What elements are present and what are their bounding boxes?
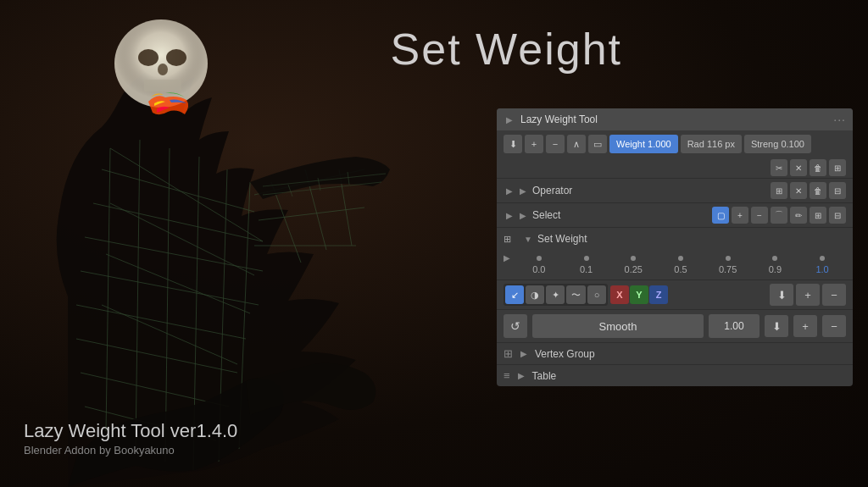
dot-5[interactable]: [772, 256, 777, 261]
dot-2[interactable]: [631, 256, 636, 261]
table-collapse[interactable]: ▶: [515, 370, 527, 382]
weight-field[interactable]: Weight 1.000: [609, 135, 678, 153]
smear-btn[interactable]: 〜: [566, 285, 586, 304]
weight-0[interactable]: 0.0: [524, 264, 554, 274]
table-label: Table: [532, 370, 557, 382]
operator-icons: ⊞ ✕ 🗑 ⊟: [771, 182, 846, 199]
icon-btn-4[interactable]: ⊞: [829, 159, 846, 176]
paint-tools-group: ↙ ◑ ✦ 〜 ○: [504, 284, 608, 306]
weight-3[interactable]: 0.5: [665, 264, 696, 274]
streng-field[interactable]: Streng 0.100: [744, 135, 811, 153]
smooth-download-btn[interactable]: ⬇: [765, 315, 788, 337]
weight-dots-row: ▶: [497, 250, 853, 263]
icon-btn-3[interactable]: 🗑: [810, 159, 826, 176]
set-weight-icon: ⊞: [504, 231, 519, 246]
icon-btn-2[interactable]: ✕: [790, 159, 807, 176]
rad-value: 116 px: [707, 139, 735, 149]
dot-1[interactable]: [584, 256, 589, 261]
panel-options-dots[interactable]: ···: [833, 113, 846, 126]
streng-label: Streng: [751, 139, 778, 149]
svg-point-26: [138, 49, 159, 66]
table-row: ≡ ▶ Table: [497, 364, 853, 386]
dot-0[interactable]: [537, 256, 542, 261]
vertex-group-row: ⊞ ▶ Vertex Group: [497, 342, 853, 364]
add-action-btn[interactable]: +: [796, 284, 820, 306]
select-icon-1[interactable]: ▢: [712, 207, 729, 224]
select-icon-7[interactable]: ⊟: [829, 207, 846, 224]
op-icon-4[interactable]: ⊟: [829, 182, 846, 199]
smooth-remove-btn[interactable]: −: [822, 315, 846, 337]
operator-collapse[interactable]: ▶: [504, 185, 515, 196]
download-action-btn[interactable]: ⬇: [770, 284, 793, 306]
vg-collapse[interactable]: ▶: [518, 348, 530, 360]
branding-subtitle: Blender Addon by Bookyakuno: [24, 444, 237, 457]
curve-btn[interactable]: ∧: [567, 135, 586, 153]
weights-grid: 0.0 0.1 0.25 0.5 0.75 0.9 1.0: [515, 264, 846, 274]
select-icons: ▢ + − ⌒ ✏ ⊞ ⊟: [712, 207, 846, 224]
x-axis-btn[interactable]: X: [610, 285, 629, 304]
select-expand[interactable]: ▶: [517, 209, 529, 221]
weight-value: 1.000: [648, 139, 671, 149]
icon-toolbar-row: ✂ ✕ 🗑 ⊞: [497, 158, 853, 178]
select-icon-3[interactable]: −: [751, 207, 768, 224]
dot-4[interactable]: [726, 256, 731, 261]
weight-6[interactable]: 1.0: [807, 264, 837, 274]
dots-expand[interactable]: ▶: [504, 253, 515, 263]
select-icon-4[interactable]: ⌒: [771, 207, 787, 224]
smooth-row: ↺ Smooth 1.00 ⬇ + −: [497, 309, 853, 342]
weight-5[interactable]: 0.9: [760, 264, 790, 274]
select-collapse[interactable]: ▶: [504, 209, 515, 221]
dots-container: [515, 256, 846, 261]
gradient-btn[interactable]: ◑: [526, 285, 544, 304]
smooth-value[interactable]: 1.00: [709, 314, 760, 338]
table-icon: ≡: [504, 369, 510, 382]
vertex-group-icon: ⊞: [504, 347, 513, 360]
operator-expand[interactable]: ▶: [517, 185, 529, 196]
select-icon-6[interactable]: ⊞: [810, 207, 826, 224]
toolbar-row: ⬇ + − ∧ ▭ Weight 1.000 Rad 116 px Streng…: [497, 130, 853, 158]
smooth-btn[interactable]: Smooth: [532, 314, 704, 338]
panel-collapse-arrow[interactable]: ▶: [504, 113, 515, 125]
icon-btn-1[interactable]: ✂: [771, 159, 787, 176]
action-btn-group: ⬇ + −: [770, 284, 846, 306]
operator-label: Operator: [529, 185, 771, 196]
op-icon-1[interactable]: ⊞: [771, 182, 787, 199]
streng-value: 0.100: [781, 139, 804, 149]
set-weight-collapse[interactable]: ▼: [522, 233, 534, 245]
blur-btn[interactable]: ✦: [546, 285, 565, 304]
y-axis-btn[interactable]: Y: [630, 285, 648, 304]
op-icon-2[interactable]: ✕: [790, 182, 807, 199]
page-title: Set Weight: [391, 24, 622, 75]
xyz-group: X Y Z: [610, 285, 668, 304]
smooth-icon-btn[interactable]: ↺: [504, 314, 527, 338]
op-icon-3[interactable]: 🗑: [810, 182, 826, 199]
select-icon-2[interactable]: +: [732, 207, 748, 224]
dots-btn[interactable]: ○: [587, 285, 606, 304]
rad-field[interactable]: Rad 116 px: [681, 135, 742, 153]
panel-header-left: ▶ Lazy Weight Tool: [504, 113, 598, 125]
vertex-group-label: Vertex Group: [535, 348, 595, 360]
options-btn[interactable]: ▭: [588, 135, 607, 153]
panel-header: ▶ Lazy Weight Tool ···: [497, 108, 853, 130]
download-btn[interactable]: ⬇: [504, 135, 522, 153]
panel-header-title: Lazy Weight Tool: [520, 113, 598, 125]
set-weight-label: Set Weight: [534, 233, 846, 245]
branding-title: Lazy Weight Tool ver1.4.0: [24, 420, 237, 442]
add-btn[interactable]: +: [525, 135, 543, 153]
remove-action-btn[interactable]: −: [822, 284, 846, 306]
select-icon-5[interactable]: ✏: [790, 207, 807, 224]
dot-3[interactable]: [678, 256, 683, 261]
tool-buttons-row: ↙ ◑ ✦ 〜 ○ X Y Z ⬇ + −: [497, 279, 853, 309]
z-axis-btn[interactable]: Z: [649, 285, 668, 304]
remove-btn[interactable]: −: [546, 135, 565, 153]
set-weight-header: ⊞ ▼ Set Weight: [497, 227, 853, 250]
svg-rect-29: [144, 80, 181, 91]
svg-point-28: [158, 64, 168, 75]
weight-1[interactable]: 0.1: [571, 264, 602, 274]
weight-2[interactable]: 0.25: [618, 264, 648, 274]
smooth-add-btn[interactable]: +: [793, 315, 817, 337]
paint-btn[interactable]: ↙: [505, 285, 524, 304]
dot-6[interactable]: [820, 256, 825, 261]
weight-4[interactable]: 0.75: [713, 264, 743, 274]
branding-area: Lazy Weight Tool ver1.4.0 Blender Addon …: [24, 420, 237, 457]
